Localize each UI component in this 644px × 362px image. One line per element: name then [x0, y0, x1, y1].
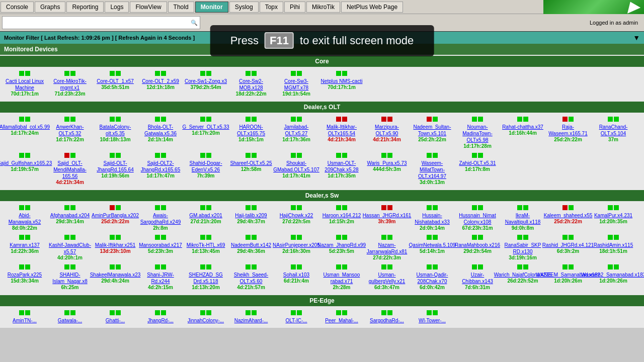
device-card[interactable]: WI-Tower-... [410, 308, 455, 326]
device-card[interactable]: Nazam-JarranwalaRd.x8127d:22h:3m [364, 233, 410, 262]
device-card[interactable]: RozaPark.x22515d:3h:34m [2, 262, 47, 292]
device-card[interactable]: NAsirPunjepeer.x2052d:16h:30m [274, 233, 319, 262]
device-card[interactable]: Gatwala-... [47, 308, 93, 326]
device-card[interactable]: RanaChand-OLT.x5.10437m [591, 115, 636, 151]
device-card[interactable]: Sajid-OLT-JhangRd.165.641d:19h:56m [93, 151, 138, 187]
device-card[interactable]: Hassan_JHGRd.x1613h:39m [364, 203, 410, 233]
device-card[interactable]: RanaMahboob.x21629d:2h:54m [455, 233, 500, 262]
device-card[interactable]: Nadeem_Sultan-Town.x5.10125d:2h:22m [410, 115, 455, 151]
device-card[interactable]: RashidAmin.x11518d:1h:51m [591, 233, 636, 262]
device-card[interactable]: Afghanabad.x20429d:3h:14m [47, 203, 93, 233]
red-status-icon [110, 205, 115, 210]
device-card[interactable]: Shoukat-GMabad.OLT.x5.1071d:17h:41m [274, 151, 319, 187]
device-card[interactable]: SargodhaRd-... [364, 308, 410, 326]
device-card[interactable]: NazimAhard-... [228, 308, 274, 326]
green-status-icon [206, 153, 211, 158]
nav-tab-thold[interactable]: Thold [168, 2, 194, 13]
device-card[interactable]: HAROON-OLT.x165.751d:15h:1m [228, 115, 274, 151]
device-card[interactable]: OLT-IC-... [274, 308, 319, 326]
device-card[interactable]: Usman-gulbergVelly.x216d:3h:47m [364, 262, 410, 292]
device-card[interactable]: Awais-SargodhaRd.x2492h:8m [138, 203, 183, 233]
device-card[interactable]: Nazam_JhangRd.x995d:23h:5m [319, 233, 364, 262]
nav-tab-netplus-web-page[interactable]: NetPlus Web Page [341, 2, 403, 13]
device-card[interactable]: Marzipura-OLT.x5.904d:21h:34m [364, 115, 410, 151]
device-card[interactable]: MikroTk-HTL.x691d:13h:45m [183, 233, 228, 262]
device-card[interactable]: Haji-talib.x20929d:4h:37m [228, 203, 274, 233]
device-card[interactable]: Waseem2_Samanabad.x1831d:20h:26m [591, 262, 636, 292]
nav-tab-graphs[interactable]: Graphs [35, 2, 65, 13]
device-card[interactable]: Core-MikroTik-mgmt.x171d:23h:23m [47, 69, 93, 99]
device-card[interactable]: KamalPur.x4.2311d:20h:35m [591, 203, 636, 233]
device-card[interactable]: SHAHID-Islam_Nagar.x86h:25m [47, 262, 93, 292]
device-card[interactable]: JinnahColony-... [183, 308, 228, 326]
nav-tab-monitor[interactable]: Monitor [195, 2, 228, 13]
device-card[interactable]: Zahid-OLT.x5.311d:17h:8m [455, 151, 500, 187]
device-card[interactable]: Sajid-OLT2-JhangRd.x165.651d:17h:47m [138, 151, 183, 187]
device-card[interactable]: Bhola-OLT-Gatwala.x5.362d:1h:14m [138, 115, 183, 151]
nav-tab-mikrotik[interactable]: MikroTik [306, 2, 340, 13]
device-card[interactable]: Shareef-OLT.x5.2512h:58m [228, 151, 274, 187]
device-card[interactable]: Malik-Iftikhar.x25113d:23h:10m [93, 233, 138, 262]
nav-tab-logs[interactable]: Logs [105, 2, 129, 13]
search-input[interactable]: Monitoring [3, 19, 189, 27]
device-card[interactable]: Uzair-Chibban.x1437d:6h:31m [455, 262, 500, 292]
device-card[interactable]: Hussain-Nishatabad.x332d:0h:14m [410, 203, 455, 233]
device-card[interactable]: Peer_Mahal-... [319, 308, 364, 326]
device-card[interactable]: Sohail.x1036d:21h:4m [274, 262, 319, 292]
device-card[interactable]: Sajid_Gulfishan.x165.231d:19h:57m [2, 151, 47, 187]
device-card[interactable]: Usman_Mansoo rabad.x712h:28m [319, 262, 364, 292]
device-card[interactable]: Jamilabad-OLT.x5.271d:17h:36m [274, 115, 319, 151]
nav-tab-topx[interactable]: Topx [260, 2, 283, 13]
device-card[interactable]: Cacti Local Linux Machine70d:17h:1m [2, 69, 47, 99]
device-card[interactable]: Core-OLT_1.x5735d:5h:51m [93, 69, 138, 99]
nav-tab-syslog[interactable]: Syslog [229, 2, 259, 13]
device-card[interactable]: Waseem-MillatTown-OLT.x164.973d:0h:13m [410, 151, 455, 187]
device-card[interactable]: Mansoorabad.x2175d:23h:3m [138, 233, 183, 262]
device-card[interactable]: G_Server_OLT.x5.331d:17h:20m [183, 115, 228, 151]
device-card[interactable]: JhangRd-... [138, 308, 183, 326]
device-card[interactable]: Sajid_OLT-MendiMahalla-165.564d:21h:34m [47, 151, 93, 187]
nav-tab-flowview[interactable]: FlowView [130, 2, 167, 13]
device-card[interactable]: GM.abad.x20127d:21h:20m [183, 203, 228, 233]
device-card[interactable]: Kamran.x1371d:22h:36m [2, 233, 47, 262]
device-card[interactable]: Kashif-JawadClub-x5.574d:20h:1m [47, 233, 93, 262]
device-card[interactable]: Core-Sw1-Zong.x3379d:2h:54m [183, 69, 228, 99]
device-card[interactable]: Rashid_JHGRd.x4.1216d:3h:2m [545, 233, 591, 262]
device-card[interactable]: RanaSabir_SKP RD.x1303d:19h:16m [500, 233, 545, 262]
device-card[interactable]: Shahid-Dogar-EdenV.x5.267h:39m [183, 151, 228, 187]
device-card[interactable]: SHEHZAD_SG Drd.x5.1181d:13h:20m [183, 262, 228, 292]
device-card[interactable]: Hussnain_Nimat Colony.x10867d:23h:31m [455, 203, 500, 233]
device-card[interactable]: Ghatti-... [93, 308, 138, 326]
device-card[interactable]: QasimNetwala.5.1095d:14h:1m [410, 233, 455, 262]
nav-tab-reporting[interactable]: Reporting [66, 2, 104, 13]
device-card[interactable]: Waris_Pura.x5.73444d:5h:3m [364, 151, 410, 187]
device-card[interactable]: Rahat-chattha.x371d:16h:44m [500, 115, 545, 151]
nav-tab-pihi[interactable]: Pihi [284, 2, 305, 13]
device-card[interactable]: Sheikh_Saeed-OLT.x5.604d:21h:57m [228, 262, 274, 292]
device-card[interactable]: Shani-JRW-Rd.x2444d:2h:15m [138, 262, 183, 292]
device-card[interactable]: HajiChowk.x2227d:22h:5m [274, 203, 319, 233]
device-card[interactable]: AnwerKhan-OLT.x5.321d:17h:22m [47, 115, 93, 151]
device-card[interactable]: AminTN-... [2, 308, 47, 326]
device-card[interactable]: Abid-Manawala.x528d:0h:22m [2, 203, 47, 233]
device-card[interactable]: Malik-Ittikhar-OLTx165.544d:21h:34m [319, 115, 364, 151]
device-card[interactable]: BatalaColony-olt.x5.3510d:18h:13m [93, 115, 138, 151]
device-name-label: HAROON-OLT.x165.75 [229, 124, 273, 137]
device-card[interactable]: Nouman-MadinaTown-OLTx5.981d:17h:28m [455, 115, 500, 151]
device-card[interactable]: AminPurBangla.x20225d:2h:22m [93, 203, 138, 233]
device-card[interactable]: NadeemButt.x14229d:4h:36m [228, 233, 274, 262]
device-card[interactable]: IkraM-Navaltipull.x1189d:0h:8m [500, 203, 545, 233]
device-card[interactable]: Core-OLT_2.x5912d:1h:18m [138, 69, 183, 99]
device-card[interactable]: Kaleem_shaheed.x5525d:2h:22m [545, 203, 591, 233]
nav-tab-console[interactable]: Console [1, 2, 34, 13]
device-card[interactable]: Usman-Qadir-208Chak.x706d:0h:42m [410, 262, 455, 292]
device-card[interactable]: AllamalIqbal_col.x5.991d:17h:24m [2, 115, 47, 151]
device-card[interactable]: Usman-OLT-209Chak.x5.281d:17h:35m [319, 151, 364, 187]
device-card[interactable]: Netplus NMS-cacti70d:17h:1m [319, 69, 364, 99]
device-card[interactable]: Core-Sw3-MGMT.x7819d:1h:54m [274, 69, 319, 99]
device-card[interactable]: ShakeelManawala.x2329d:4h:24m [93, 262, 138, 292]
filter-arrow-icon[interactable]: ▼ [633, 34, 640, 42]
device-card[interactable]: Haroon.x164.2121d:15h:2m [319, 203, 364, 233]
device-card[interactable]: Core-Sw2-MOB.x12818d:22h:22m [228, 69, 274, 99]
device-card[interactable]: Raja-Waseem.x165.7125d:2h:22m [545, 115, 591, 151]
